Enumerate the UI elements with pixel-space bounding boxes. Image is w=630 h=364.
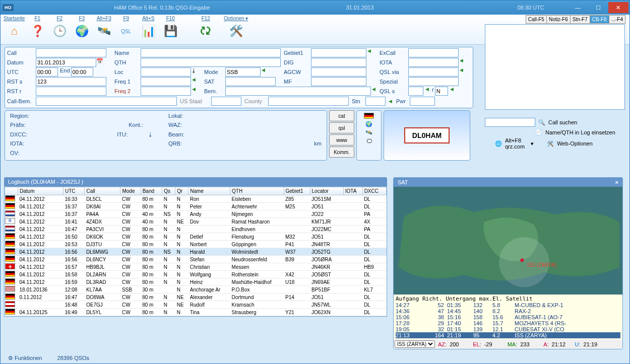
insert-label[interactable]: Name/QTH in Log einsetzen [545, 129, 615, 135]
maximize-button[interactable]: ☐ [588, 2, 608, 13]
fld-usstaat[interactable] [211, 97, 241, 106]
sat-row[interactable]: 21:13 16421:19 95 4.2ISS (ZARYA) [396, 332, 620, 338]
calendar-icon[interactable]: 📅 [96, 58, 103, 67]
globe-mini-icon[interactable]: 🌍 [365, 121, 372, 127]
sat-close-icon[interactable]: × [615, 179, 618, 185]
btn-qsl[interactable]: qsl [329, 122, 354, 133]
table-row[interactable]: 04.11.201216:53DJ3TUCW80 mNNNorbertGöppi… [5, 241, 387, 248]
notes-area[interactable] [485, 24, 625, 110]
tab-1[interactable]: Notiz-F6 [546, 15, 571, 24]
refresh-icon[interactable]: 🗘 [197, 23, 214, 40]
tab-2[interactable]: Stn-F7 [570, 15, 590, 24]
menu-options[interactable]: Optionen ▾ [224, 16, 248, 23]
minimize-button[interactable]: — [568, 2, 588, 13]
field[interactable] [311, 48, 366, 57]
flag-panel: DL0HAM [384, 110, 470, 161]
fld-callbem[interactable] [36, 97, 177, 106]
save-icon[interactable]: 💾 [162, 23, 179, 40]
status-func[interactable]: ⚙ Funktionen [8, 355, 42, 361]
menu-f1[interactable]: F1 [34, 16, 40, 23]
table-row[interactable]: 04.11.201216:59DL3RADCW80 mNNHeinzMaxhüt… [5, 278, 387, 286]
menu-f2[interactable]: F2 [56, 16, 62, 23]
sat-row[interactable]: 15:06 3815:1615815.6AUBIESAT-1 (AO-7 [396, 314, 620, 320]
table-row[interactable]: 04.11.2012516:49DL5YLCW80 mNNTinaStrausb… [5, 309, 387, 316]
title-time: 08:30 UTC [518, 5, 568, 11]
tab-3[interactable]: CB-F8 [590, 15, 609, 24]
sat-mini-icon[interactable]: 🛰️ [365, 129, 372, 136]
fld-county[interactable] [268, 97, 349, 106]
menu-f12[interactable]: F12 [202, 16, 210, 23]
close-button[interactable]: ✕ [608, 2, 628, 13]
btn-www[interactable]: www [329, 134, 354, 145]
field[interactable] [141, 77, 191, 86]
field[interactable] [311, 77, 366, 86]
table-row[interactable]: 16:48OE7GJCW80 mNNERudolfKramsachJN57WLD… [5, 301, 387, 309]
table-row[interactable]: 04.11.201216:37PA4ACW40 mNSNAndyNijmegen… [5, 210, 387, 218]
table-row[interactable]: 04.11.201216:58DL2ARNCW80 mNNWolfgangRot… [5, 271, 387, 278]
help-icon[interactable]: ❓ [29, 23, 46, 40]
field[interactable] [311, 58, 366, 67]
sat-row[interactable]: 14:27 5201:35132 5.8M-CUBED & EXP-1 [396, 302, 620, 308]
field[interactable] [408, 67, 459, 77]
stats-icon[interactable]: 📊 [140, 23, 157, 40]
menu-f9[interactable]: F9 [123, 16, 129, 23]
table-row[interactable]: 04.11.201216:37DK8AICW80 mNNPeterAchterw… [5, 203, 387, 210]
sat-icon[interactable]: 🛰️ [95, 23, 112, 40]
table-row[interactable]: 18.01.2013612:08KL7AASSB30 mNAnchorage A… [5, 286, 387, 294]
table-row[interactable]: 04.11.201216:47PA3CVICW80 mNNEindhovenJO… [5, 226, 387, 233]
tab-4[interactable]: ...-F4 [609, 15, 625, 24]
tools-icon[interactable]: 🛠️ [227, 23, 244, 40]
field[interactable] [408, 77, 459, 86]
menu-f10[interactable]: F10 [166, 16, 175, 23]
qsl-icon[interactable]: QSL [117, 23, 135, 40]
table-row[interactable]: 0.11.201216:47DO8WACW80 mNNEAlexanderDor… [5, 294, 387, 301]
doc-icon[interactable]: 📄 [535, 129, 542, 135]
field[interactable] [36, 87, 106, 96]
field[interactable] [141, 87, 191, 96]
menu-alts[interactable]: Alt+S [142, 16, 154, 23]
field[interactable] [225, 67, 261, 77]
globe-icon[interactable]: 🌍 [73, 23, 90, 40]
log-table[interactable]: DatumUTCCallModeBandQsQrNameQTHGebiet1Lo… [5, 187, 387, 316]
field[interactable] [311, 67, 366, 77]
sat-map-label: ISS (ZARYA) [527, 262, 556, 268]
menu-f3[interactable]: F3 [79, 16, 85, 23]
field[interactable] [408, 48, 459, 57]
menu-altf3[interactable]: Alt+F3 [97, 16, 111, 23]
home-icon[interactable]: ⌂ [6, 23, 23, 40]
lbl-county: County [243, 98, 266, 104]
sat-row[interactable]: 17:28 2917:4014615.7MOZHAYETS 4 (RS- [396, 320, 620, 326]
menu-start[interactable]: Startseite [4, 16, 25, 23]
svg-rect-2 [521, 259, 524, 262]
sat-row[interactable]: 14:36 4714:45140 8.2RAX-2 [396, 308, 620, 314]
field[interactable] [36, 48, 106, 57]
sat-map[interactable]: ISS (ZARYA) [394, 187, 622, 295]
table-row[interactable]: 04.11.201216:56DL6NCYCW80 mNNStefanNeudr… [5, 256, 387, 263]
sat-row[interactable]: 19:05 3201:1513912.1CUBESAT XI-V (CO [396, 326, 620, 332]
table-row[interactable]: 04.11.201216:56DL6MWGCW80 mNSNHaraldWolm… [5, 248, 387, 256]
fld-stn[interactable] [365, 97, 386, 106]
qso-form: CallNameGebiet1◀ExCallDatum📅QTHDIGIOTA◀U… [5, 47, 473, 108]
fld-pwr[interactable] [410, 97, 435, 106]
table-row[interactable]: 04.11.201216:33DL5CLCW80 mNNRonEislebenZ… [5, 195, 387, 203]
clock-icon[interactable]: 🕒 [51, 23, 68, 40]
search-label[interactable]: Call suchen [548, 119, 577, 125]
field[interactable] [225, 77, 276, 86]
tab-0[interactable]: Call-F5 [526, 15, 547, 24]
field[interactable] [36, 77, 106, 86]
lbl-stn: Stn [351, 98, 363, 104]
table-row[interactable]: 04.11.201216:57HB9BJLCW80 mNNChristianMe… [5, 263, 387, 271]
btn-cat[interactable]: cat [329, 110, 354, 121]
table-row[interactable]: 04.11.201216:50DK6OKCW80 mNNDetlefFlensb… [5, 233, 387, 241]
search-icon[interactable]: 🔍 [538, 119, 545, 126]
web-label[interactable]: Web-Optionen [557, 140, 593, 147]
btn-Komm.[interactable]: Komm. [329, 147, 354, 158]
search-call-input[interactable] [485, 118, 535, 127]
table-row[interactable]: 04.11.201216:414Z4DXCW40 mNNEDovRamat Ha… [5, 218, 387, 226]
globe-qrz-icon[interactable]: 🌐 [495, 140, 502, 147]
qrz-label[interactable]: Alt+F8 qrz.com [505, 137, 525, 150]
monitor-icon[interactable]: 🖵 [366, 138, 372, 144]
field[interactable] [408, 58, 459, 67]
wrench-icon[interactable]: 🛠️ [547, 140, 554, 147]
sat-select[interactable]: ISS (ZARYA) [395, 340, 435, 348]
